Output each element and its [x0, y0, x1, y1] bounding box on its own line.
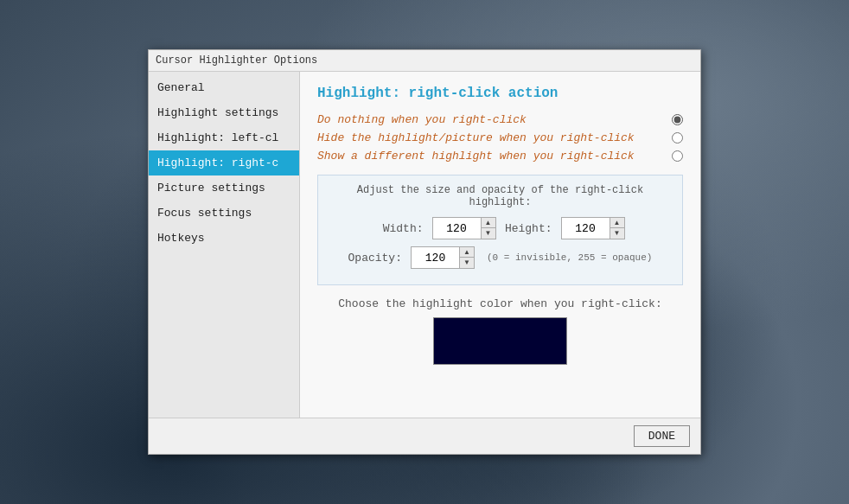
height-up-button[interactable]: ▲ [610, 218, 624, 228]
adjust-section: Adjust the size and opacity of the right… [317, 175, 683, 285]
radio-label-hide-highlight: Hide the highlight/picture when you righ… [317, 131, 635, 144]
sidebar: General Highlight settings Highlight: le… [149, 72, 300, 418]
height-input[interactable] [562, 218, 610, 239]
opacity-down-button[interactable]: ▼ [460, 258, 474, 268]
sidebar-item-general[interactable]: General [149, 75, 299, 100]
opacity-hint: (0 = invisible, 255 = opaque) [487, 252, 652, 263]
opacity-label: Opacity: [348, 252, 402, 265]
opacity-spinner-buttons: ▲ ▼ [459, 247, 474, 268]
main-content: Highlight: right-click action Do nothing… [300, 72, 700, 418]
width-spinner-buttons: ▲ ▼ [481, 218, 495, 239]
dialog-body: General Highlight settings Highlight: le… [149, 72, 700, 418]
opacity-row: Opacity: ▲ ▼ (0 = invisible, 255 = opaqu… [330, 246, 670, 269]
width-label: Width: [376, 222, 424, 235]
color-section-title: Choose the highlight color when you righ… [338, 297, 661, 310]
dialog-titlebar: Cursor Highlighter Options [149, 50, 700, 72]
adjust-section-title: Adjust the size and opacity of the right… [330, 184, 670, 208]
section-title: Highlight: right-click action [317, 86, 683, 101]
height-down-button[interactable]: ▼ [610, 228, 624, 239]
radio-label-show-different: Show a different highlight when you righ… [317, 150, 635, 163]
sidebar-item-focus-settings[interactable]: Focus settings [149, 201, 299, 226]
width-down-button[interactable]: ▼ [482, 228, 495, 239]
radio-show-different[interactable] [672, 150, 683, 162]
done-button[interactable]: DONE [634, 425, 690, 447]
color-swatch[interactable] [433, 317, 567, 365]
dialog-title: Cursor Highlighter Options [156, 54, 317, 67]
opacity-spinner: ▲ ▼ [411, 246, 475, 269]
height-spinner: ▲ ▼ [561, 217, 625, 239]
color-section: Choose the highlight color when you righ… [317, 297, 683, 365]
sidebar-item-highlight-left-cl[interactable]: Highlight: left-cl [149, 125, 299, 150]
radio-do-nothing[interactable] [672, 114, 683, 125]
sidebar-item-highlight-right-c[interactable]: Highlight: right-c [149, 150, 299, 175]
opacity-input[interactable] [412, 247, 459, 268]
radio-label-do-nothing: Do nothing when you right-click [317, 113, 527, 126]
radio-row-do-nothing: Do nothing when you right-click [317, 113, 683, 126]
radio-group: Do nothing when you right-click Hide the… [317, 113, 683, 163]
width-up-button[interactable]: ▲ [482, 218, 495, 228]
width-height-row: Width: ▲ ▼ Height: ▲ ▼ [330, 217, 670, 239]
width-spinner: ▲ ▼ [432, 217, 496, 239]
opacity-up-button[interactable]: ▲ [460, 247, 474, 258]
sidebar-item-hotkeys[interactable]: Hotkeys [149, 226, 299, 251]
dialog-footer: DONE [149, 418, 700, 454]
height-label: Height: [505, 222, 552, 235]
height-spinner-buttons: ▲ ▼ [610, 218, 624, 239]
sidebar-item-highlight-settings[interactable]: Highlight settings [149, 100, 299, 125]
width-input[interactable] [433, 218, 481, 239]
sidebar-item-picture-settings[interactable]: Picture settings [149, 175, 299, 201]
radio-row-show-different: Show a different highlight when you righ… [317, 150, 683, 163]
radio-row-hide-highlight: Hide the highlight/picture when you righ… [317, 131, 683, 144]
radio-hide-highlight[interactable] [672, 132, 683, 144]
cursor-highlighter-dialog: Cursor Highlighter Options General Highl… [148, 49, 701, 455]
